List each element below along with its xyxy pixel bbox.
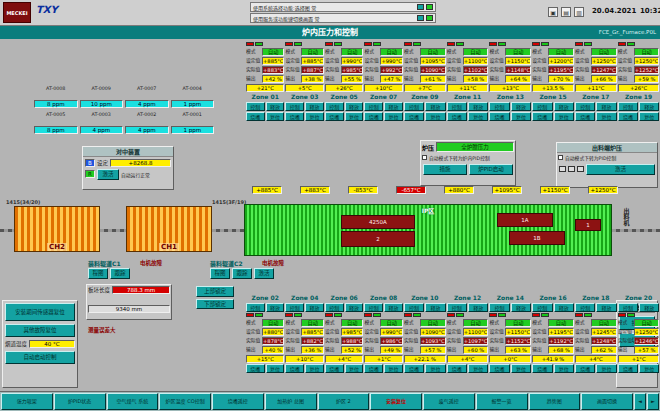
- zone-reset-button[interactable]: 复位: [305, 364, 324, 373]
- zone-reset-button[interactable]: 复位: [639, 364, 659, 373]
- nav-button-9[interactable]: 废气遥控: [423, 393, 475, 410]
- zone-reset-button[interactable]: 复位: [345, 364, 364, 373]
- zone-burner-button[interactable]: 烧嘴: [618, 112, 638, 121]
- option-indicator-icon[interactable]: [417, 15, 424, 21]
- furnace-schematic[interactable]: IP区 4250A21A1B1: [244, 204, 612, 256]
- zone-control-button[interactable]: 控制: [246, 102, 265, 111]
- zone-reset-button[interactable]: 复位: [384, 112, 403, 121]
- zone-sp-value[interactable]: +880°C: [262, 328, 284, 336]
- zone-release-button[interactable]: 释放: [266, 303, 285, 312]
- zone-control-button[interactable]: 控制: [489, 303, 509, 312]
- zone-burner-button[interactable]: 烧嘴: [246, 364, 265, 373]
- roller-c2-track-button[interactable]: 跟踪: [232, 268, 252, 279]
- nav-scroll-right-icon[interactable]: ►: [647, 393, 659, 410]
- zone-release-button[interactable]: 释放: [425, 303, 445, 312]
- zone-sp-value[interactable]: +990°C: [380, 328, 402, 336]
- zone-release-button[interactable]: 释放: [468, 102, 488, 111]
- auto-start-button[interactable]: 自动启动控制: [5, 351, 75, 364]
- zone-mode-value[interactable]: 自动: [301, 48, 323, 56]
- zone-reset-button[interactable]: 复位: [468, 112, 488, 121]
- zone-burner-button[interactable]: 烧嘴: [364, 112, 383, 121]
- zone-mode-value[interactable]: 自动: [380, 319, 402, 327]
- zone-sp-value[interactable]: +1250°C: [634, 328, 660, 336]
- slab[interactable]: 4250A: [341, 215, 415, 229]
- zone-release-button[interactable]: 释放: [554, 303, 574, 312]
- zone-burner-button[interactable]: 烧嘴: [618, 364, 638, 373]
- zone-burner-button[interactable]: 烧嘴: [489, 364, 509, 373]
- zone-control-button[interactable]: 控制: [489, 102, 509, 111]
- zone-mode-value[interactable]: 自动: [505, 319, 531, 327]
- zone-control-button[interactable]: 控制: [618, 303, 638, 312]
- slab[interactable]: 1: [575, 219, 601, 231]
- zone-control-button[interactable]: 控制: [575, 102, 595, 111]
- roller-c2-diagram-button[interactable]: 程图: [210, 268, 230, 279]
- zone-sp-value[interactable]: +1100°C: [463, 328, 489, 336]
- zone-sp-value[interactable]: +1250°C: [634, 57, 660, 65]
- nav-button-3[interactable]: 空气煤气 系统: [107, 393, 159, 410]
- zone-burner-button[interactable]: 烧嘴: [404, 364, 424, 373]
- zone-control-button[interactable]: 控制: [447, 102, 467, 111]
- sensor-reset-button[interactable]: 安装期间传感器复位: [5, 303, 75, 321]
- zone-burner-button[interactable]: 烧嘴: [575, 112, 595, 121]
- nav-button-11[interactable]: 趋势图: [529, 393, 581, 410]
- zone-reset-button[interactable]: 复位: [425, 364, 445, 373]
- zone-control-button[interactable]: 控制: [285, 102, 304, 111]
- zone-control-button[interactable]: 控制: [285, 303, 304, 312]
- discharge-pid-checkbox[interactable]: [558, 155, 563, 160]
- zone-mode-value[interactable]: 自动: [634, 48, 660, 56]
- zone-mode-value[interactable]: 自动: [262, 319, 284, 327]
- zone-sp-value[interactable]: +1250°C: [591, 57, 617, 65]
- zone-control-button[interactable]: 控制: [364, 102, 383, 111]
- zone-release-button[interactable]: 释放: [554, 102, 574, 111]
- zone-mode-value[interactable]: 自动: [301, 319, 323, 327]
- roller-c1-diagram-button[interactable]: 程图: [88, 268, 108, 279]
- pressure-pid-start-button[interactable]: 炉PID启动: [469, 164, 513, 175]
- discharge-pressure-activate-button[interactable]: 激活: [586, 164, 655, 175]
- zone-sp-value[interactable]: +1090°C: [420, 328, 446, 336]
- zone-control-button[interactable]: 控制: [364, 303, 383, 312]
- zone-burner-button[interactable]: 烧嘴: [285, 112, 304, 121]
- zone-mode-value[interactable]: 自动: [463, 48, 489, 56]
- nav-button-7[interactable]: 炉区 2: [318, 393, 370, 410]
- zone-reset-button[interactable]: 复位: [266, 364, 285, 373]
- zone-burner-button[interactable]: 烧嘴: [575, 364, 595, 373]
- zone-sp-value[interactable]: +990°C: [341, 57, 363, 65]
- zone-sp-value[interactable]: +885°C: [262, 57, 284, 65]
- pressure-measure-button[interactable]: 措施: [423, 164, 467, 175]
- zone-burner-button[interactable]: 烧嘴: [532, 112, 552, 121]
- system-option-1[interactable]: 使用系统选择功能:选择图 常: [250, 2, 436, 12]
- nav-button-6[interactable]: 加热炉 总图: [265, 393, 317, 410]
- zone-sp-value[interactable]: +1195°C: [548, 328, 574, 336]
- zone-burner-button[interactable]: 烧嘴: [364, 364, 383, 373]
- zone-mode-value[interactable]: 自动: [420, 48, 446, 56]
- zone-mode-value[interactable]: 自动: [591, 319, 617, 327]
- zone-sp-value[interactable]: +1095°C: [420, 57, 446, 65]
- selector-icon[interactable]: [559, 166, 566, 172]
- zone-reset-button[interactable]: 复位: [511, 112, 531, 121]
- zone-burner-button[interactable]: 烧嘴: [447, 112, 467, 121]
- zone-burner-button[interactable]: 烧嘴: [404, 112, 424, 121]
- nav-button-8[interactable]: 安装复位: [370, 393, 422, 410]
- zone-reset-button[interactable]: 复位: [554, 364, 574, 373]
- print-icon[interactable]: ▣: [548, 7, 558, 17]
- zone-release-button[interactable]: 释放: [468, 303, 488, 312]
- zone-control-button[interactable]: 控制: [325, 303, 344, 312]
- system-option-2[interactable]: 使用服务或功能键切换画面 常: [250, 13, 436, 23]
- zone-control-button[interactable]: 控制: [575, 303, 595, 312]
- zone-release-button[interactable]: 释放: [639, 303, 659, 312]
- selector-icon[interactable]: [568, 166, 575, 172]
- zone-burner-button[interactable]: 烧嘴: [246, 112, 265, 121]
- zone-mode-value[interactable]: 自动: [591, 48, 617, 56]
- slab[interactable]: 2: [341, 231, 415, 247]
- zone-release-button[interactable]: 释放: [596, 102, 616, 111]
- zone-control-button[interactable]: 控制: [404, 102, 424, 111]
- zone-burner-button[interactable]: 烧嘴: [285, 364, 304, 373]
- option-indicator-icon[interactable]: [417, 4, 424, 10]
- nav-button-1[interactable]: 张力辊架: [1, 393, 53, 410]
- zone-control-button[interactable]: 控制: [404, 303, 424, 312]
- roller-c1-track-button[interactable]: 跟踪: [110, 268, 130, 279]
- zone-sp-value[interactable]: +885°C: [301, 57, 323, 65]
- zone-sp-value[interactable]: +1150°C: [505, 57, 531, 65]
- zone-burner-button[interactable]: 烧嘴: [325, 364, 344, 373]
- zone-mode-value[interactable]: 自动: [463, 319, 489, 327]
